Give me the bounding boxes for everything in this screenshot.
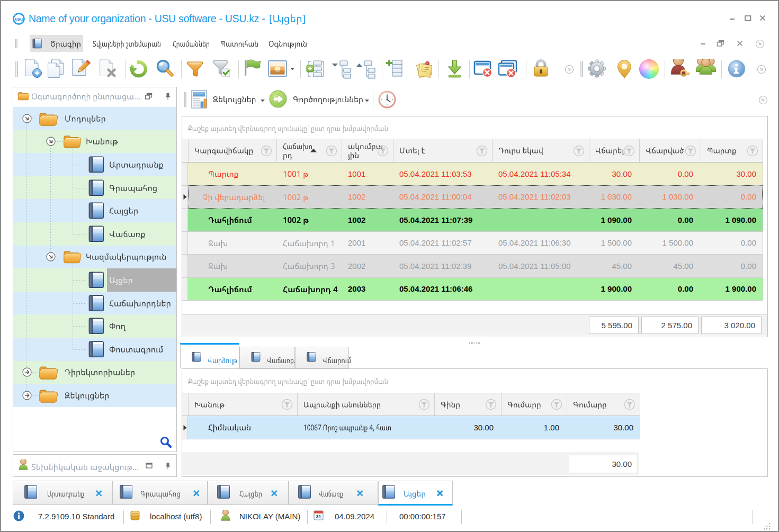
svg-text:usu: usu	[15, 16, 23, 22]
svg-text:31: 31	[316, 514, 321, 519]
